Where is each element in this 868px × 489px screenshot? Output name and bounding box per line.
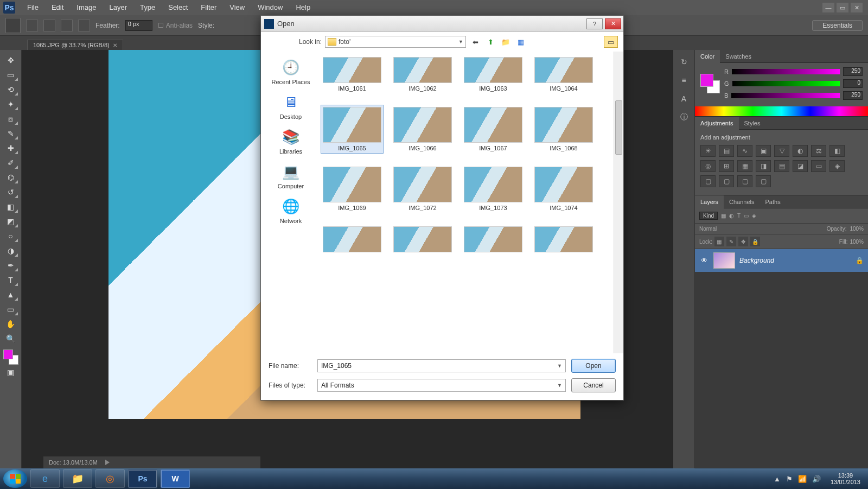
swatches-tab[interactable]: Swatches (720, 50, 757, 63)
selection-subtract-button[interactable] (61, 20, 73, 31)
color-tab[interactable]: Color (695, 50, 720, 63)
threshold-icon[interactable]: ◪ (793, 160, 808, 172)
selective-color-icon[interactable]: ◈ (829, 160, 845, 172)
stamp-tool[interactable]: ⌬ (3, 170, 19, 185)
bw-adjust-icon[interactable]: ◧ (829, 145, 845, 157)
adj-extra-2-icon[interactable]: ▢ (719, 175, 734, 187)
posterize-icon[interactable]: ▤ (774, 160, 789, 172)
window-restore-button[interactable]: ▭ (837, 3, 848, 12)
foreground-color-swatch[interactable] (3, 350, 13, 359)
filter-adjust-icon[interactable]: ◐ (729, 213, 734, 219)
dodge-tool[interactable]: ◑ (3, 244, 19, 258)
properties-panel-icon[interactable]: ≡ (678, 74, 691, 87)
blend-mode-select[interactable]: Normal (699, 226, 824, 232)
layer-background-row[interactable]: 👁 Background 🔒 (695, 249, 868, 272)
filter-pixels-icon[interactable]: ▦ (721, 213, 726, 219)
menu-edit[interactable]: Edit (45, 0, 70, 15)
r-slider[interactable] (732, 69, 840, 74)
file-item[interactable]: IMG_1062 (391, 55, 454, 94)
menu-type[interactable]: Type (133, 0, 162, 15)
tray-flag-icon[interactable]: ⚑ (786, 475, 793, 483)
lock-transparent-icon[interactable]: ▦ (714, 237, 724, 246)
dialog-close-button[interactable]: ✕ (605, 18, 621, 29)
file-list-scrollbar[interactable] (614, 52, 623, 353)
tray-network-icon[interactable]: 📶 (798, 475, 807, 483)
selection-intersect-button[interactable] (78, 20, 90, 31)
file-item[interactable]: IMG_1066 (391, 105, 454, 154)
tray-show-hidden-icon[interactable]: ▲ (774, 475, 781, 483)
blur-tool[interactable]: ○ (3, 229, 19, 243)
taskbar-explorer[interactable]: 📁 (63, 469, 92, 488)
photo-filter-icon[interactable]: ◎ (700, 160, 716, 172)
file-item[interactable]: IMG_1067 (462, 105, 525, 154)
layer-visibility-icon[interactable]: 👁 (699, 256, 709, 265)
open-button[interactable]: Open (571, 359, 616, 373)
healing-tool[interactable]: ✚ (3, 141, 19, 155)
document-tab[interactable]: 1065.JPG @ 33.7% (RGB/8) ✕ (27, 40, 123, 50)
adj-extra-4-icon[interactable]: ▢ (756, 175, 771, 187)
nav-views-icon[interactable]: ▦ (515, 36, 527, 48)
levels-adjust-icon[interactable]: ▤ (719, 145, 734, 157)
colorbal-adjust-icon[interactable]: ⚖ (811, 145, 826, 157)
dialog-titlebar[interactable]: Open ? ✕ (261, 16, 623, 32)
filter-type-icon[interactable]: T (737, 213, 741, 219)
zoom-tool[interactable]: 🔍 (3, 332, 19, 346)
adjustments-tab[interactable]: Adjustments (695, 117, 739, 130)
menu-layer[interactable]: Layer (103, 0, 134, 15)
filter-smart-icon[interactable]: ◈ (752, 213, 756, 219)
adj-extra-3-icon[interactable]: ▢ (737, 175, 752, 187)
lock-position-icon[interactable]: ✥ (738, 237, 748, 246)
menu-image[interactable]: Image (70, 0, 103, 15)
nav-back-icon[interactable]: ⬅ (469, 36, 481, 48)
workspace-switcher[interactable]: Essentials (812, 20, 863, 31)
eyedropper-tool[interactable]: ✎ (3, 126, 19, 141)
menu-file[interactable]: File (21, 0, 45, 15)
gradient-tool[interactable]: ◩ (3, 214, 19, 228)
gradient-map-icon[interactable]: ▭ (811, 160, 826, 172)
pen-tool[interactable]: ✒ (3, 258, 19, 272)
file-item[interactable]: IMG_1069 (321, 164, 384, 213)
file-item[interactable] (462, 224, 525, 255)
start-button[interactable] (3, 469, 27, 488)
shape-tool[interactable]: ▭ (3, 302, 19, 316)
place-network[interactable]: 🌐Network (279, 196, 302, 224)
file-item[interactable]: IMG_1068 (532, 105, 595, 154)
opacity-input[interactable]: 100% (850, 226, 864, 232)
place-recent[interactable]: 🕘Recent Places (272, 57, 310, 85)
lock-all-icon[interactable]: 🔒 (750, 237, 760, 246)
move-tool[interactable]: ✥ (3, 53, 19, 67)
feather-input[interactable]: 0 px (125, 20, 152, 31)
file-item[interactable]: IMG_1064 (532, 55, 595, 94)
place-libraries[interactable]: 📚Libraries (279, 126, 302, 155)
window-minimize-button[interactable]: — (822, 3, 834, 12)
lookin-dropdown-icon[interactable]: ▼ (458, 39, 463, 45)
file-item[interactable]: IMG_1061 (321, 55, 384, 94)
place-computer[interactable]: 💻Computer (278, 161, 304, 189)
file-item[interactable]: IMG_1072 (391, 164, 454, 213)
lasso-tool[interactable]: ⟲ (3, 82, 19, 97)
vibrance-adjust-icon[interactable]: ▽ (774, 145, 789, 157)
b-value[interactable]: 250 (843, 91, 863, 100)
info-panel-icon[interactable]: ⓘ (678, 111, 691, 124)
layers-tab[interactable]: Layers (695, 195, 724, 208)
menu-select[interactable]: Select (162, 0, 194, 15)
fill-input[interactable]: 100% (850, 239, 864, 245)
lookin-combo[interactable]: foto' ▼ (325, 36, 466, 48)
invert-icon[interactable]: ◨ (756, 160, 771, 172)
file-item[interactable]: IMG_1073 (462, 164, 525, 213)
taskbar-ie[interactable]: e (30, 469, 60, 488)
color-panel-fg-swatch[interactable] (700, 74, 713, 87)
r-value[interactable]: 250 (843, 67, 863, 76)
layer-thumbnail[interactable] (713, 252, 735, 269)
marquee-tool[interactable]: ▭ (3, 68, 19, 82)
path-select-tool[interactable]: ▲ (3, 288, 19, 302)
file-item[interactable] (532, 224, 595, 255)
filter-shape-icon[interactable]: ▭ (744, 213, 749, 219)
color-panel-swatches[interactable] (700, 74, 720, 93)
file-item[interactable] (321, 224, 384, 255)
active-tool-icon[interactable] (5, 18, 21, 33)
color-swatches[interactable] (3, 350, 18, 365)
menu-view[interactable]: View (223, 0, 251, 15)
nav-new-folder-icon[interactable]: 📁 (500, 36, 512, 48)
anti-alias-checkbox[interactable]: ☐Anti-alias (158, 22, 193, 29)
